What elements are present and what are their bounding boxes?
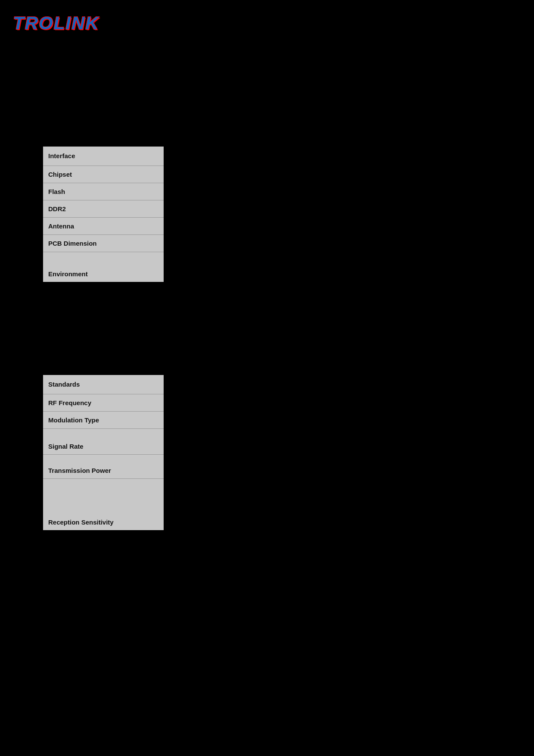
hardware-spec-section: Interface Chipset Flash DDR2 Antenna PCB…	[43, 147, 164, 282]
table-row: Environment	[43, 252, 164, 282]
chipset-label: Chipset	[43, 166, 164, 183]
table-row: DDR2	[43, 200, 164, 217]
table-row: Flash	[43, 183, 164, 200]
table-row: PCB Dimension	[43, 234, 164, 252]
antenna-label: Antenna	[43, 217, 164, 234]
table-row: Antenna	[43, 217, 164, 234]
table-row: Chipset	[43, 166, 164, 183]
table-row: RF Frequency	[43, 394, 164, 411]
table-row: Standards	[43, 375, 164, 394]
wireless-spec-table: Standards RF Frequency Modulation Type S…	[43, 375, 164, 530]
table-row: Signal Rate	[43, 428, 164, 454]
flash-label: Flash	[43, 183, 164, 200]
pcb-dimension-label: PCB Dimension	[43, 234, 164, 252]
rf-frequency-label: RF Frequency	[43, 394, 164, 411]
table-row: Transmission Power	[43, 454, 164, 478]
table-row: Interface	[43, 147, 164, 166]
environment-label: Environment	[43, 252, 164, 282]
table-row: Reception Sensitivity	[43, 478, 164, 530]
logo-area: TROLINK	[13, 13, 99, 34]
reception-sensitivity-label: Reception Sensitivity	[43, 478, 164, 530]
standards-label: Standards	[43, 375, 164, 394]
signal-rate-label: Signal Rate	[43, 428, 164, 454]
hardware-spec-table: Interface Chipset Flash DDR2 Antenna PCB…	[43, 147, 164, 282]
page-container: TROLINK Interface Chipset Flash DDR2 Ant…	[0, 0, 534, 756]
wireless-spec-section: Standards RF Frequency Modulation Type S…	[43, 375, 164, 530]
interface-label: Interface	[43, 147, 164, 166]
ddr2-label: DDR2	[43, 200, 164, 217]
transmission-power-label: Transmission Power	[43, 454, 164, 478]
modulation-type-label: Modulation Type	[43, 411, 164, 428]
logo: TROLINK	[13, 13, 99, 33]
table-row: Modulation Type	[43, 411, 164, 428]
